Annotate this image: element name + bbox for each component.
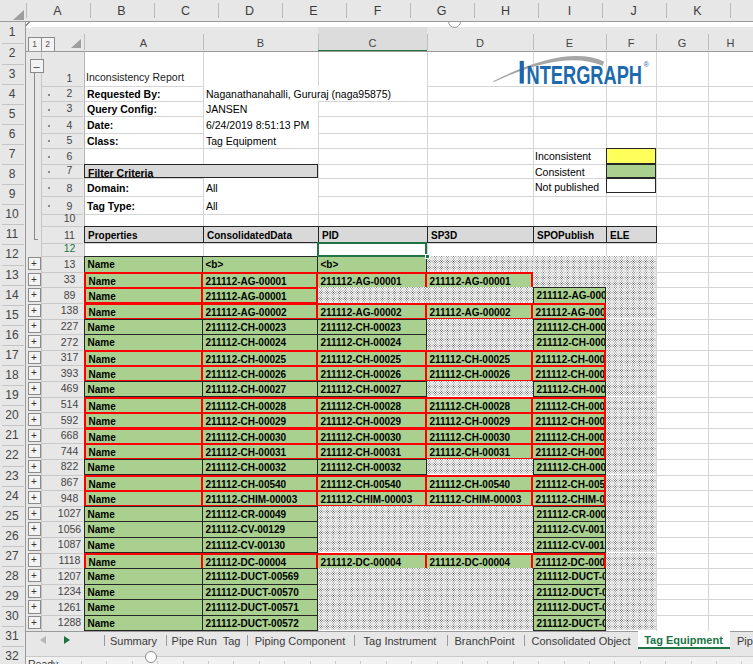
svg-text:NTERGRAPH: NTERGRAPH [527,61,643,89]
svg-text:®: ® [644,60,650,69]
